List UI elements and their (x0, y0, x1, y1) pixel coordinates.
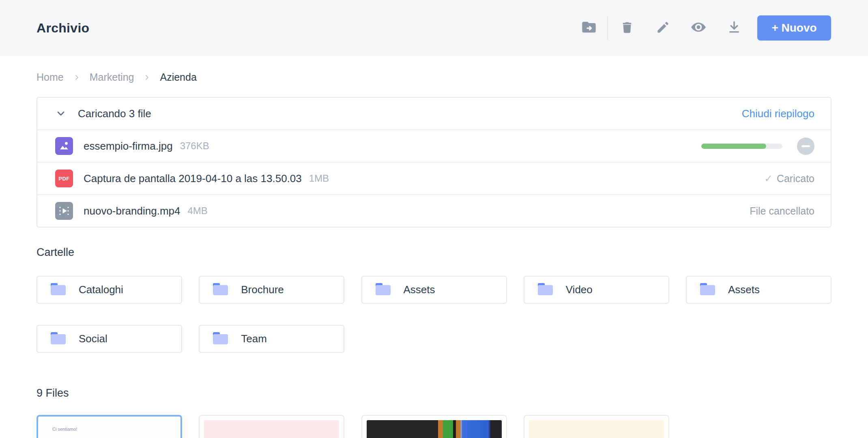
upload-panel-title: Caricando 3 file (78, 107, 151, 120)
upload-row-status: ✓ Caricato (764, 173, 814, 185)
upload-row-video: nuovo-branding.mp4 4MB File cancellato (37, 194, 831, 227)
cream-thumbnail (529, 420, 664, 438)
download-button[interactable] (725, 19, 743, 37)
folders-grid: Cataloghi Brochure Assets Video Assets S… (37, 276, 831, 353)
folder-name: Social (79, 333, 107, 345)
upload-row-controls (701, 137, 814, 155)
toolbar-divider (607, 16, 608, 40)
upload-progress-fill (701, 144, 766, 149)
upload-panel-header: Caricando 3 file Chiudi riepilogo (37, 98, 831, 129)
eye-icon (690, 19, 707, 37)
upload-row-image: essempio-firma.jpg 376KB (37, 129, 831, 162)
breadcrumb-azienda: Azienda (160, 71, 196, 83)
video-file-icon (55, 202, 73, 220)
image-file-icon (55, 137, 73, 155)
breadcrumb-home[interactable]: Home (37, 71, 64, 83)
new-button[interactable]: + Nuovo (757, 15, 831, 41)
cancel-upload-button[interactable] (797, 137, 814, 155)
pink-thumbnail (204, 420, 339, 438)
folder-card-team[interactable]: Team (199, 325, 344, 353)
upload-status: Caricato (777, 173, 814, 185)
folder-name: Team (241, 333, 267, 345)
upload-status: File cancellato (750, 205, 814, 217)
close-summary-link[interactable]: Chiudi riepilogo (742, 107, 814, 120)
upload-summary-panel: Caricando 3 file Chiudi riepilogo essemp… (37, 97, 831, 228)
file-size: 376KB (180, 140, 209, 152)
folder-card-social[interactable]: Social (37, 325, 182, 353)
folder-name: Assets (728, 283, 760, 296)
file-size: 4MB (188, 205, 208, 217)
file-name: nuovo-branding.mp4 (84, 205, 180, 217)
folder-name: Video (566, 283, 593, 296)
abstract-thumbnail (367, 420, 502, 438)
folder-icon (700, 282, 716, 298)
files-section-title: 9 Files (0, 387, 868, 399)
folder-name: Cataloghi (79, 283, 123, 296)
chevron-right-icon (73, 73, 81, 82)
folder-card-video[interactable]: Video (524, 276, 669, 304)
move-to-folder-button[interactable] (580, 19, 598, 37)
trash-icon (620, 20, 634, 36)
folder-move-icon (581, 19, 597, 37)
file-size: 1MB (309, 173, 329, 184)
folder-name: Brochure (241, 283, 284, 296)
upload-row-pdf: PDF Captura de pantalla 2019-04-10 a las… (37, 162, 831, 194)
document-thumbnail: Ci sentiamo! GN (42, 420, 177, 438)
file-card-abstract[interactable] (361, 415, 507, 438)
thumbnail-text: Ci sentiamo! (52, 427, 77, 432)
breadcrumb: Home Marketing Azienda (0, 56, 868, 83)
folder-icon (375, 282, 391, 298)
file-name: essempio-firma.jpg (84, 140, 173, 152)
minus-icon (801, 145, 810, 147)
folders-section-title: Cartelle (0, 246, 868, 259)
pencil-icon (655, 20, 670, 36)
folder-card-brochure[interactable]: Brochure (199, 276, 344, 304)
toolbar: + Nuovo (580, 15, 831, 41)
files-grid: Ci sentiamo! GN (37, 415, 831, 438)
file-name: Captura de pantalla 2019-04-10 a las 13.… (84, 172, 302, 185)
folder-card-assets-2[interactable]: Assets (686, 276, 831, 304)
page-title: Archivio (37, 21, 89, 36)
delete-button[interactable] (618, 19, 636, 37)
file-card-cream[interactable] (524, 415, 669, 438)
folder-icon (213, 282, 229, 298)
breadcrumb-marketing[interactable]: Marketing (90, 71, 134, 83)
preview-button[interactable] (689, 19, 708, 37)
folder-name: Assets (404, 283, 435, 296)
folder-icon (50, 331, 67, 347)
upload-progress-bar (701, 144, 782, 149)
check-icon: ✓ (764, 173, 773, 185)
pdf-file-icon: PDF (55, 170, 73, 187)
download-icon (727, 20, 741, 36)
folder-icon (537, 282, 554, 298)
chevron-right-icon (143, 73, 151, 82)
upload-row-status: File cancellato (750, 205, 814, 217)
folder-card-cataloghi[interactable]: Cataloghi (37, 276, 182, 304)
folder-card-assets-1[interactable]: Assets (361, 276, 507, 304)
file-card-document-selected[interactable]: Ci sentiamo! GN (37, 415, 182, 438)
folder-icon (213, 331, 229, 347)
file-card-pink[interactable] (199, 415, 344, 438)
app-header: Archivio + Nuovo (0, 0, 868, 56)
chevron-down-icon[interactable] (55, 108, 67, 119)
edit-button[interactable] (653, 19, 672, 37)
folder-icon (50, 282, 67, 298)
